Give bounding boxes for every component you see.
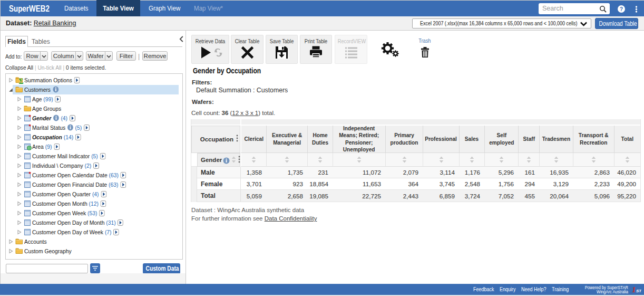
svg-text:?: ? — [620, 6, 623, 12]
svg-text:ST: ST — [636, 289, 641, 293]
svg-text:Σ: Σ — [19, 78, 24, 84]
svg-text:1: 1 — [632, 285, 636, 294]
